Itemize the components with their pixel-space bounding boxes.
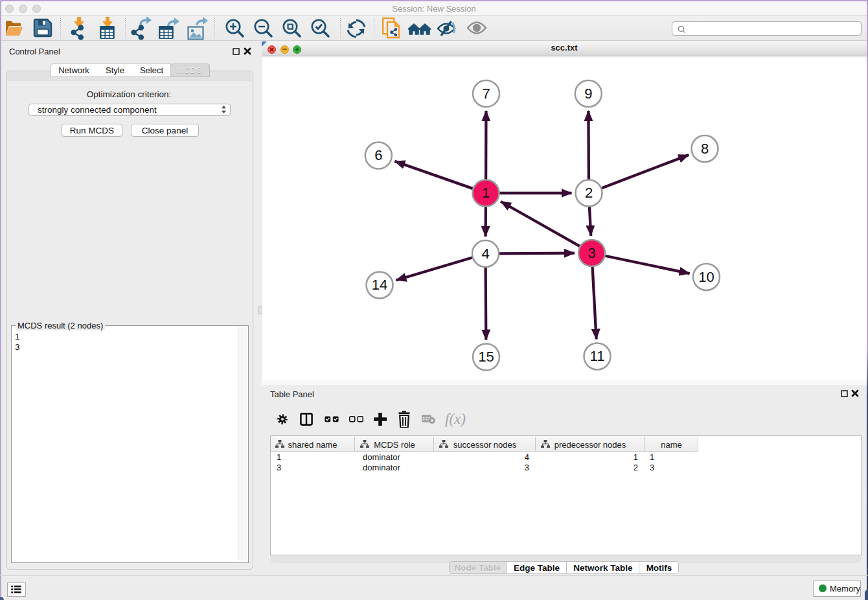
svg-text:10: 10 bbox=[698, 269, 714, 285]
svg-text:7: 7 bbox=[482, 86, 490, 102]
svg-text:3: 3 bbox=[588, 245, 595, 261]
svg-text:6: 6 bbox=[374, 147, 382, 163]
svg-text:9: 9 bbox=[584, 86, 592, 102]
svg-text:4: 4 bbox=[481, 246, 489, 262]
svg-text:2: 2 bbox=[585, 185, 593, 201]
svg-text:1: 1 bbox=[482, 185, 490, 201]
svg-text:15: 15 bbox=[478, 349, 494, 365]
svg-text:11: 11 bbox=[590, 348, 605, 364]
svg-text:14: 14 bbox=[372, 277, 387, 293]
svg-text:8: 8 bbox=[701, 141, 709, 157]
